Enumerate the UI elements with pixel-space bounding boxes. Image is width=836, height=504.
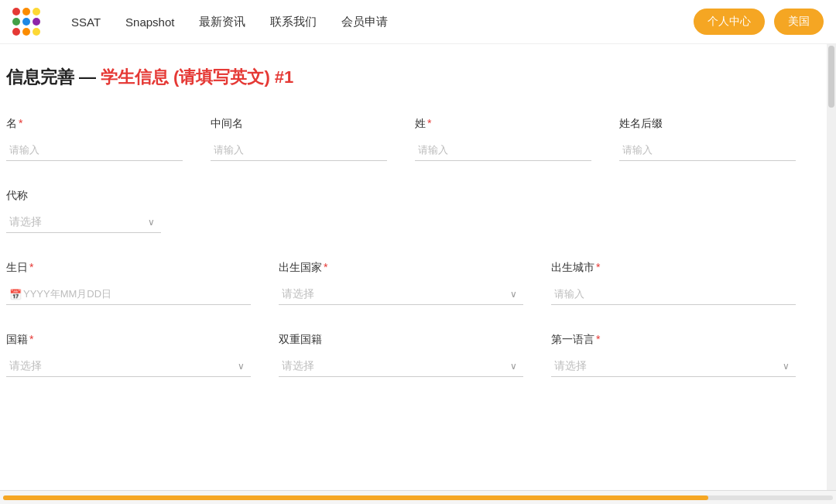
first-language-label: 第一语言* [551, 333, 796, 347]
personal-center-button[interactable]: 个人中心 [694, 9, 765, 35]
prefix-select-wrapper: 请选择 [6, 211, 161, 233]
page-title: 信息完善 — 学生信息 (请填写英文) #1 [6, 66, 796, 89]
birth-country-label: 出生国家* [279, 261, 523, 275]
navbar-right: 个人中心 美国 [694, 9, 824, 35]
bottom-scrollbar-track [3, 495, 833, 500]
birth-country-group: 出生国家* 请选择 [279, 261, 523, 305]
birth-city-input[interactable] [551, 283, 796, 305]
middle-name-input[interactable] [211, 139, 387, 161]
first-language-select[interactable]: 请选择 [551, 355, 796, 377]
title-part2: 学生信息 (请填写英文) [101, 66, 270, 89]
dual-nationality-select[interactable]: 请选择 [279, 355, 523, 377]
title-separator: — [79, 67, 96, 87]
first-language-group: 第一语言* 请选择 [551, 333, 796, 377]
bottom-scrollbar-thumb [3, 495, 708, 500]
birthday-input[interactable] [6, 283, 251, 305]
nationality-select[interactable]: 请选择 [6, 355, 251, 377]
dual-nationality-select-wrapper: 请选择 [279, 355, 523, 377]
bottom-scrollbar[interactable] [0, 490, 836, 504]
suffix-label: 姓名后缀 [619, 117, 796, 131]
nav-ssat[interactable]: SSAT [71, 12, 101, 32]
dual-nationality-label: 双重国籍 [279, 333, 523, 347]
suffix-group: 姓名后缀 [619, 117, 796, 161]
last-name-group: 姓* [415, 117, 591, 161]
first-language-select-wrapper: 请选择 [551, 355, 796, 377]
prefix-group: 代称 请选择 [6, 189, 161, 233]
birth-city-label: 出生城市* [551, 261, 796, 275]
birth-city-group: 出生城市* [551, 261, 796, 305]
suffix-input[interactable] [619, 139, 796, 161]
main-content: 信息完善 — 学生信息 (请填写英文) #1 名* 中间名 姓* 姓名后缀 [0, 44, 821, 430]
logo[interactable] [12, 8, 40, 36]
navbar: SSAT Snapshot 最新资讯 联系我们 会员申请 个人中心 美国 [0, 0, 836, 44]
prefix-row: 代称 请选择 [6, 189, 796, 233]
nav-news[interactable]: 最新资讯 [199, 12, 245, 33]
birthday-label: 生日* [6, 261, 251, 275]
middle-name-group: 中间名 [211, 117, 387, 161]
birthday-input-wrapper: 📅 [6, 283, 251, 305]
title-part1: 信息完善 [6, 66, 74, 89]
nationality-label: 国籍* [6, 333, 251, 347]
nav-snapshot[interactable]: Snapshot [125, 12, 174, 32]
name-row: 名* 中间名 姓* 姓名后缀 [6, 117, 796, 161]
birth-country-select-wrapper: 请选择 [279, 283, 523, 305]
scrollbar-thumb [828, 46, 834, 108]
nationality-select-wrapper: 请选择 [6, 355, 251, 377]
birth-country-select[interactable]: 请选择 [279, 283, 523, 305]
prefix-select[interactable]: 请选择 [6, 211, 161, 233]
middle-name-label: 中间名 [211, 117, 387, 131]
first-name-group: 名* [6, 117, 183, 161]
right-scrollbar[interactable] [827, 44, 836, 490]
nav-contact[interactable]: 联系我们 [270, 12, 317, 33]
nationality-row: 国籍* 请选择 双重国籍 请选择 第一语言* 请选择 [6, 333, 796, 377]
nationality-group: 国籍* 请选择 [6, 333, 251, 377]
calendar-icon: 📅 [9, 288, 22, 300]
last-name-label: 姓* [415, 117, 591, 131]
birthday-group: 生日* 📅 [6, 261, 251, 305]
first-name-input[interactable] [6, 139, 183, 161]
first-name-label: 名* [6, 117, 183, 131]
country-button[interactable]: 美国 [774, 9, 824, 35]
birth-row: 生日* 📅 出生国家* 请选择 出生城市* [6, 261, 796, 305]
title-number: #1 [275, 67, 293, 87]
last-name-input[interactable] [415, 139, 591, 161]
nav-membership[interactable]: 会员申请 [341, 12, 388, 33]
dual-nationality-group: 双重国籍 请选择 [279, 333, 523, 377]
prefix-label: 代称 [6, 189, 161, 203]
